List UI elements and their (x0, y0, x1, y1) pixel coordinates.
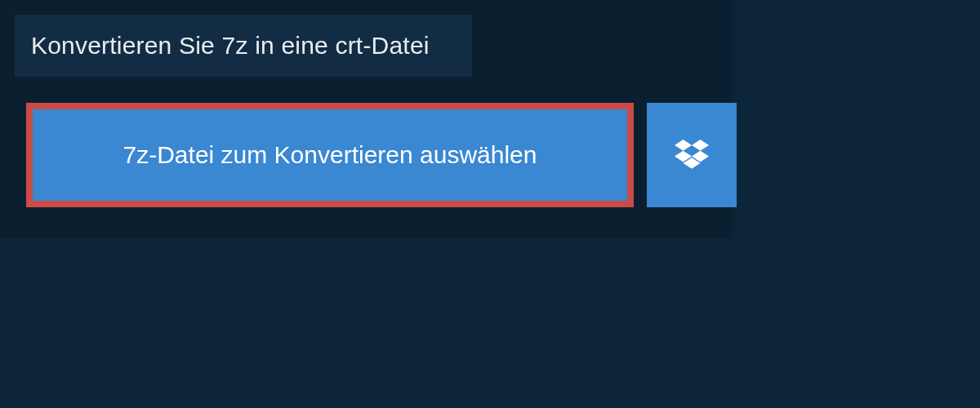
dropbox-button[interactable] (647, 103, 737, 207)
dropbox-icon (675, 140, 709, 171)
title-tab: Konvertieren Sie 7z in eine crt-Datei (15, 15, 472, 77)
select-file-label: 7z-Datei zum Konvertieren auswählen (123, 141, 537, 169)
content-band: Konvertieren Sie 7z in eine crt-Datei 7z… (0, 0, 733, 238)
select-file-button[interactable]: 7z-Datei zum Konvertieren auswählen (26, 103, 634, 207)
button-row: 7z-Datei zum Konvertieren auswählen (26, 103, 737, 207)
page-title: Konvertieren Sie 7z in eine crt-Datei (31, 32, 430, 60)
